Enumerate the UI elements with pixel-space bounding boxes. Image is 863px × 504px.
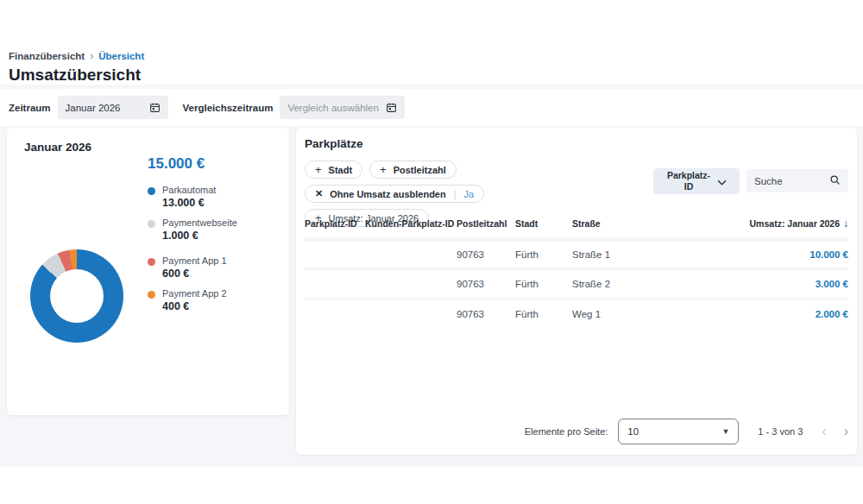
per-page-label: Elemente pro Seite: [525, 426, 608, 437]
breadcrumb-chevron-icon: › [90, 50, 93, 62]
search-icon[interactable] [829, 173, 841, 189]
breadcrumb: Finanzübersicht › Übersicht [9, 50, 863, 62]
chip-label: Ohne Umsatz ausblenden [330, 189, 445, 199]
legend-item: Payment App 1 600 € [148, 255, 281, 281]
search-column-select[interactable]: Parkplatz-ID [653, 168, 740, 194]
zeitraum-value: Januar 2026 [66, 103, 121, 113]
breadcrumb-current[interactable]: Übersicht [98, 51, 144, 61]
pagination-range: 1 - 3 von 3 [758, 426, 803, 437]
plus-icon: + [380, 164, 387, 175]
page-title: Umsatzübersicht [9, 66, 863, 85]
legend-value: 1.000 € [162, 229, 237, 243]
select-caret-icon: ▼ [721, 427, 729, 436]
main-content: Januar 2026 15.000 € Parkautomat 13.000 … [0, 126, 863, 467]
per-page-value: 10 [627, 426, 639, 437]
col-header-umsatz[interactable]: Umsatz: Januar 2026 ↓ [728, 217, 848, 230]
vergleichszeitraum-field[interactable]: Vergleich auswählen [280, 96, 405, 119]
parkplaetze-table: Parkplatz-ID Kunden-Parkplatz-ID Postlei… [305, 216, 848, 328]
chip-divider: | [454, 189, 457, 199]
col-header-kunden-parkplatz-id[interactable]: Kunden-Parkplatz-ID [365, 218, 457, 229]
vergleichszeitraum-placeholder: Vergleich auswählen [287, 103, 379, 113]
chart-legend: 15.000 € Parkautomat 13.000 € Paymentweb… [148, 155, 281, 319]
breadcrumb-parent[interactable]: Finanzübersicht [9, 51, 85, 61]
table-controls: Parkplatz-ID [653, 168, 848, 194]
search-box [746, 169, 848, 192]
vergleichszeitraum-label: Vergleichszeitraum [183, 103, 274, 113]
col-header-postleitzahl[interactable]: Postleitzahl [457, 218, 515, 229]
col-header-strasse[interactable]: Straße [572, 218, 728, 229]
legend-label: Payment App 2 [162, 287, 227, 299]
table-header-row: Parkplatz-ID Kunden-Parkplatz-ID Postlei… [305, 216, 848, 237]
next-page-icon[interactable]: › [844, 425, 848, 438]
umsatz-value: 3.000 € [728, 279, 848, 289]
legend-dot [148, 220, 155, 228]
legend-label: Payment App 1 [162, 255, 227, 267]
plus-icon: + [315, 164, 322, 175]
chevron-down-icon [717, 173, 727, 189]
pagination: Elemente pro Seite: 10 ▼ 1 - 3 von 3 ‹ › [525, 419, 848, 444]
summary-period-title: Januar 2026 [24, 141, 91, 154]
chip-state-value: Ja [464, 189, 475, 199]
legend-dot [148, 291, 155, 299]
chip-add-postleitzahl[interactable]: + Postleitzahl [369, 161, 457, 179]
col-header-stadt[interactable]: Stadt [515, 218, 572, 229]
calendar-icon [149, 102, 161, 113]
previous-page-icon[interactable]: ‹ [822, 425, 826, 438]
parkplaetze-title: Parkplätze [305, 137, 363, 150]
parkplaetze-card: Parkplätze + Stadt + Postleitzahl ✕ Ohne… [296, 128, 857, 455]
zeitraum-label: Zeitraum [9, 103, 51, 113]
page: Finanzübersicht › Übersicht Umsatzübersi… [0, 0, 863, 504]
zeitraum-field[interactable]: Januar 2026 [58, 96, 168, 119]
legend-item: Payment App 2 400 € [148, 287, 281, 314]
chip-label: Stadt [329, 165, 353, 175]
legend-item: Parkautomat 13.000 € [148, 184, 281, 211]
umsatz-value: 10.000 € [728, 249, 848, 260]
chip-label: Postleitzahl [394, 165, 446, 175]
legend-value: 400 € [162, 299, 227, 313]
search-input[interactable] [754, 176, 822, 186]
legend-item: Paymentwebseite 1.000 € [148, 217, 281, 243]
legend-label: Parkautomat [162, 184, 216, 196]
filter-bar: Zeitraum Januar 2026 Vergleichszeitraum … [0, 89, 863, 126]
legend-dot [148, 258, 155, 266]
table-row[interactable]: 90763 Fürth Straße 1 10.000 € [305, 237, 848, 268]
col-header-parkplatz-id[interactable]: Parkplatz-ID [305, 218, 365, 229]
close-icon: ✕ [315, 189, 323, 198]
legend-label: Paymentwebseite [162, 217, 237, 229]
legend-value: 13.000 € [162, 196, 216, 210]
sort-descending-icon[interactable]: ↓ [843, 217, 848, 230]
umsatz-value: 2.000 € [728, 309, 848, 319]
page-header: Finanzübersicht › Übersicht Umsatzübersi… [0, 0, 863, 85]
calendar-icon [386, 102, 397, 113]
donut-chart [30, 249, 123, 343]
revenue-summary-card: Januar 2026 15.000 € Parkautomat 13.000 … [7, 128, 289, 415]
search-column-value: Parkplatz-ID [666, 170, 711, 192]
chip-ohne-umsatz-ausblenden[interactable]: ✕ Ohne Umsatz ausblenden | Ja [305, 185, 484, 203]
table-row[interactable]: 90763 Fürth Weg 1 2.000 € [305, 298, 848, 328]
per-page-select[interactable]: 10 ▼ [618, 419, 739, 444]
table-row[interactable]: 90763 Fürth Straße 2 3.000 € [305, 268, 848, 298]
legend-dot [148, 187, 155, 195]
total-revenue: 15.000 € [148, 155, 281, 173]
legend-value: 600 € [162, 267, 227, 280]
chip-add-stadt[interactable]: + Stadt [305, 161, 362, 179]
